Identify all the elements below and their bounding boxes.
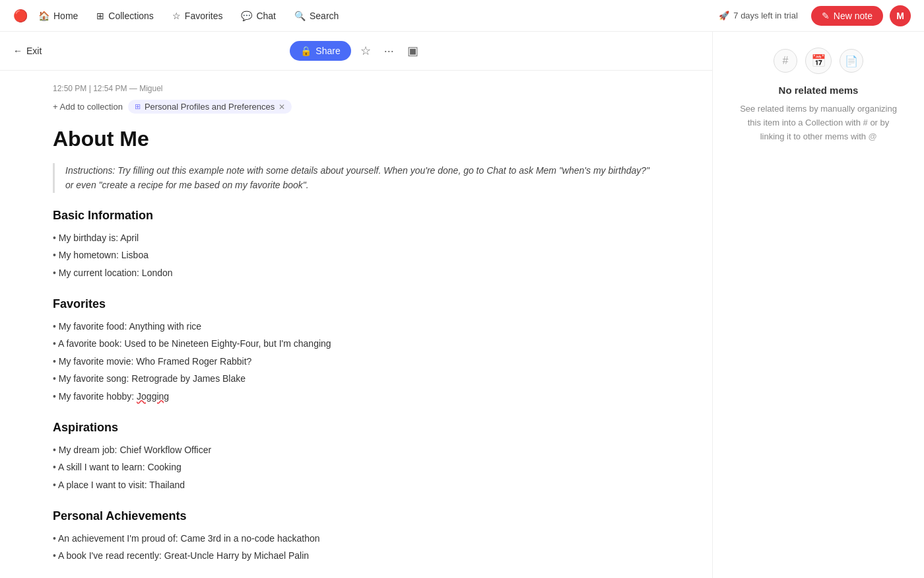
sidebar-toggle-button[interactable]: ▣ [403, 41, 422, 61]
trial-label: 7 days left in trial [733, 11, 798, 20]
hash-icon-circle: # [774, 49, 797, 73]
tag-personal-profiles: ⊞ Personal Profiles and Preferences ✕ [128, 100, 292, 114]
nav-search[interactable]: 🔍 Search [286, 7, 346, 25]
trial-badge: 🚀 7 days left in trial [712, 8, 805, 23]
exit-button[interactable]: ← Exit [13, 46, 42, 56]
main-layout: ← Exit 🔒 Share ☆ ··· ▣ 12: [0, 32, 924, 578]
list-item: A book I've read recently: Great-Uncle H… [53, 547, 659, 564]
panel-icon: ▣ [407, 44, 418, 57]
section-title-basic: Basic Information [53, 209, 659, 223]
avatar-initial: M [896, 11, 904, 21]
nav-chat-label: Chat [256, 11, 276, 21]
fire-icon: 🚀 [719, 11, 729, 20]
section-list-basic: My birthday is: April My hometown: Lisbo… [53, 229, 659, 281]
navbar: 🔴 🏠 Home ⊞ Collections ☆ Favorites 💬 Cha… [0, 0, 924, 32]
document-icon: 📄 [845, 55, 858, 67]
search-icon: 🔍 [294, 11, 306, 21]
tag-grid-icon: ⊞ [135, 102, 141, 111]
list-item: A favorite book: Used to be Nineteen Eig… [53, 335, 659, 352]
note-meta: 12:50 PM | 12:54 PM — Miguel [53, 84, 659, 93]
note-toolbar: ← Exit 🔒 Share ☆ ··· ▣ [0, 32, 712, 71]
nav-favorites[interactable]: ☆ Favorites [164, 7, 231, 25]
note-content: 12:50 PM | 12:54 PM — Miguel + Add to co… [0, 71, 712, 578]
exit-label: Exit [26, 46, 42, 56]
nav-collections-label: Collections [108, 11, 153, 21]
nav-right: 🚀 7 days left in trial ✎ New note M [712, 5, 911, 26]
tag-label: Personal Profiles and Preferences [145, 102, 275, 112]
list-item: A place I want to visit: Thailand [53, 476, 659, 493]
home-icon: 🏠 [38, 11, 50, 21]
no-related-title: No related mems [779, 85, 859, 96]
favorite-button[interactable]: ☆ [356, 41, 375, 61]
nav-home[interactable]: 🏠 Home [30, 7, 86, 25]
section-list-achievements: An achievement I'm proud of: Came 3rd in… [53, 530, 659, 565]
nav-home-label: Home [53, 11, 78, 21]
star-outline-icon: ☆ [360, 44, 371, 57]
hash-icon: # [783, 55, 789, 67]
avatar[interactable]: M [890, 5, 911, 26]
add-icon: + Add to collection [53, 102, 123, 112]
list-item: My birthday is: April [53, 229, 659, 246]
new-note-label: New note [834, 11, 873, 21]
list-item: My dream job: Chief Workflow Officer [53, 441, 659, 458]
share-label: Share [315, 46, 340, 56]
collections-icon: ⊞ [96, 11, 104, 21]
list-item: My favorite hobby: Jogging [53, 388, 659, 405]
calendar-icon-circle: 📅 [805, 48, 832, 74]
ellipsis-icon: ··· [384, 44, 394, 57]
list-item: My favorite song: Retrograde by James Bl… [53, 370, 659, 387]
back-arrow-icon: ← [13, 46, 22, 56]
chat-icon: 💬 [241, 11, 252, 21]
note-tags: + Add to collection ⊞ Personal Profiles … [53, 100, 659, 114]
list-item: My hometown: Lisboa [53, 246, 659, 264]
list-item: My favorite food: Anything with rice [53, 318, 659, 335]
section-list-favorites: My favorite food: Anything with rice A f… [53, 318, 659, 405]
nav-search-label: Search [310, 11, 339, 21]
share-button[interactable]: 🔒 Share [290, 41, 350, 61]
note-area: ← Exit 🔒 Share ☆ ··· ▣ 12: [0, 32, 713, 578]
new-note-button[interactable]: ✎ New note [811, 6, 883, 26]
tag-close-button[interactable]: ✕ [279, 102, 285, 112]
list-item: My current location: London [53, 264, 659, 281]
nav-left: 🔴 🏠 Home ⊞ Collections ☆ Favorites 💬 Cha… [13, 7, 346, 25]
list-item: My favorite movie: Who Framed Roger Rabb… [53, 353, 659, 370]
add-collection-button[interactable]: + Add to collection [53, 102, 123, 112]
nav-favorites-label: Favorites [185, 11, 223, 21]
lock-icon: 🔒 [300, 46, 312, 56]
misspell-jogging: Jogging [137, 391, 169, 402]
hash-symbol: # [863, 118, 868, 127]
more-options-button[interactable]: ··· [380, 42, 398, 61]
calendar-icon: 📅 [811, 54, 826, 68]
section-title-aspirations: Aspirations [53, 421, 659, 435]
no-related-desc: See related items by manually organizing… [739, 102, 898, 143]
nav-chat[interactable]: 💬 Chat [233, 7, 284, 25]
list-item: An achievement I'm proud of: Came 3rd in… [53, 530, 659, 547]
at-symbol: @ [869, 131, 877, 141]
list-item: A skill I want to learn: Cooking [53, 458, 659, 476]
related-icons: # 📅 📄 [774, 48, 863, 74]
section-title-achievements: Personal Achievements [53, 509, 659, 523]
nav-collections[interactable]: ⊞ Collections [88, 7, 161, 25]
sidebar: # 📅 📄 No related mems See related items … [713, 32, 924, 578]
toolbar-center: 🔒 Share ☆ ··· ▣ [290, 41, 422, 61]
doc-icon-circle: 📄 [840, 49, 863, 73]
note-title: About Me [53, 127, 659, 151]
note-blockquote: Instructions: Try filling out this examp… [53, 163, 659, 193]
star-icon: ☆ [172, 11, 181, 21]
logo-icon: 🔴 [13, 9, 28, 23]
section-title-favorites: Favorites [53, 297, 659, 311]
section-list-aspirations: My dream job: Chief Workflow Officer A s… [53, 441, 659, 493]
edit-icon: ✎ [822, 11, 830, 21]
